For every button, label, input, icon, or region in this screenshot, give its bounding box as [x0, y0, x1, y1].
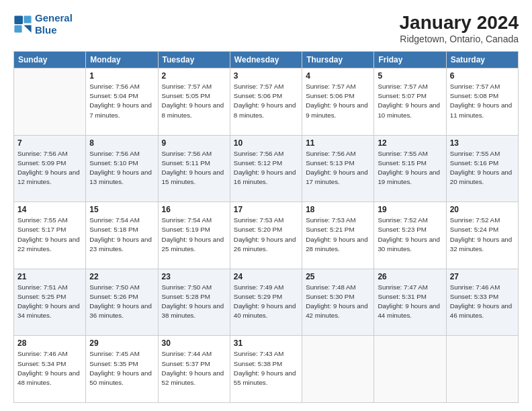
day-info: Sunrise: 7:52 AM Sunset: 5:23 PM Dayligh… [378, 216, 442, 254]
calendar-cell: 22Sunrise: 7:50 AM Sunset: 5:26 PM Dayli… [86, 269, 158, 336]
day-number: 30 [162, 338, 226, 348]
day-number: 16 [162, 205, 226, 214]
calendar-cell: 18Sunrise: 7:53 AM Sunset: 5:21 PM Dayli… [302, 202, 374, 269]
calendar-cell: 31Sunrise: 7:43 AM Sunset: 5:38 PM Dayli… [230, 336, 302, 403]
day-info: Sunrise: 7:53 AM Sunset: 5:21 PM Dayligh… [306, 216, 370, 254]
calendar-cell: 1Sunrise: 7:56 AM Sunset: 5:04 PM Daylig… [86, 68, 158, 136]
day-info: Sunrise: 7:57 AM Sunset: 5:05 PM Dayligh… [162, 82, 226, 120]
calendar-cell [302, 336, 374, 403]
calendar-cell [14, 68, 86, 136]
calendar-cell: 29Sunrise: 7:45 AM Sunset: 5:35 PM Dayli… [86, 336, 158, 403]
day-info: Sunrise: 7:44 AM Sunset: 5:37 PM Dayligh… [162, 349, 226, 387]
day-header-sunday: Sunday [14, 52, 86, 68]
calendar-subtitle: Ridgetown, Ontario, Canada [400, 34, 519, 44]
day-number: 20 [450, 205, 515, 214]
logo-general: General [35, 12, 73, 24]
page: General Blue January 2024 Ridgetown, Ont… [0, 0, 532, 411]
day-info: Sunrise: 7:46 AM Sunset: 5:34 PM Dayligh… [17, 349, 82, 387]
calendar-cell: 13Sunrise: 7:55 AM Sunset: 5:16 PM Dayli… [446, 135, 518, 202]
day-info: Sunrise: 7:57 AM Sunset: 5:06 PM Dayligh… [234, 82, 298, 120]
calendar-cell: 28Sunrise: 7:46 AM Sunset: 5:34 PM Dayli… [14, 336, 86, 403]
day-number: 4 [306, 71, 370, 81]
day-header-thursday: Thursday [302, 52, 374, 68]
calendar-title: January 2024 [400, 12, 519, 34]
day-header-tuesday: Tuesday [158, 52, 230, 68]
calendar-cell: 23Sunrise: 7:50 AM Sunset: 5:28 PM Dayli… [158, 269, 230, 336]
calendar-cell: 25Sunrise: 7:48 AM Sunset: 5:30 PM Dayli… [302, 269, 374, 336]
day-number: 14 [17, 205, 82, 214]
calendar-cell: 30Sunrise: 7:44 AM Sunset: 5:37 PM Dayli… [158, 336, 230, 403]
day-info: Sunrise: 7:55 AM Sunset: 5:15 PM Dayligh… [378, 149, 442, 187]
day-number: 7 [17, 138, 82, 148]
calendar-cell: 8Sunrise: 7:56 AM Sunset: 5:10 PM Daylig… [86, 135, 158, 202]
calendar-cell: 5Sunrise: 7:57 AM Sunset: 5:07 PM Daylig… [374, 68, 446, 136]
day-number: 15 [89, 205, 154, 214]
day-info: Sunrise: 7:57 AM Sunset: 5:08 PM Dayligh… [450, 82, 515, 120]
day-header-monday: Monday [86, 52, 158, 68]
calendar-cell: 19Sunrise: 7:52 AM Sunset: 5:23 PM Dayli… [374, 202, 446, 269]
day-number: 22 [89, 272, 154, 281]
logo-icon [13, 15, 32, 34]
header: General Blue January 2024 Ridgetown, Ont… [13, 12, 519, 44]
day-info: Sunrise: 7:47 AM Sunset: 5:31 PM Dayligh… [378, 283, 442, 321]
day-number: 11 [306, 138, 370, 148]
day-info: Sunrise: 7:54 AM Sunset: 5:18 PM Dayligh… [89, 216, 154, 254]
day-info: Sunrise: 7:55 AM Sunset: 5:16 PM Dayligh… [450, 149, 515, 187]
logo-blue: Blue [35, 24, 57, 36]
day-header-wednesday: Wednesday [230, 52, 302, 68]
calendar-cell: 4Sunrise: 7:57 AM Sunset: 5:06 PM Daylig… [302, 68, 374, 136]
day-number: 21 [17, 272, 82, 281]
day-info: Sunrise: 7:49 AM Sunset: 5:29 PM Dayligh… [234, 283, 298, 321]
day-number: 5 [378, 71, 442, 81]
svg-rect-0 [14, 15, 23, 24]
day-info: Sunrise: 7:55 AM Sunset: 5:17 PM Dayligh… [17, 216, 82, 254]
day-info: Sunrise: 7:43 AM Sunset: 5:38 PM Dayligh… [234, 349, 298, 387]
day-number: 1 [89, 71, 154, 81]
day-info: Sunrise: 7:50 AM Sunset: 5:26 PM Dayligh… [89, 283, 154, 321]
day-number: 28 [17, 338, 82, 348]
day-header-saturday: Saturday [446, 52, 518, 68]
day-info: Sunrise: 7:54 AM Sunset: 5:19 PM Dayligh… [162, 216, 226, 254]
calendar-table: SundayMondayTuesdayWednesdayThursdayFrid… [13, 51, 519, 403]
day-number: 23 [162, 272, 226, 281]
day-header-friday: Friday [374, 52, 446, 68]
day-info: Sunrise: 7:48 AM Sunset: 5:30 PM Dayligh… [306, 283, 370, 321]
calendar-week-row: 14Sunrise: 7:55 AM Sunset: 5:17 PM Dayli… [14, 202, 519, 269]
day-info: Sunrise: 7:57 AM Sunset: 5:07 PM Dayligh… [378, 82, 442, 120]
day-number: 10 [234, 138, 298, 148]
calendar-cell: 20Sunrise: 7:52 AM Sunset: 5:24 PM Dayli… [446, 202, 518, 269]
calendar-cell: 17Sunrise: 7:53 AM Sunset: 5:20 PM Dayli… [230, 202, 302, 269]
day-number: 17 [234, 205, 298, 214]
day-number: 31 [234, 338, 298, 348]
svg-rect-2 [14, 25, 21, 32]
day-info: Sunrise: 7:51 AM Sunset: 5:25 PM Dayligh… [17, 283, 82, 321]
calendar-cell: 16Sunrise: 7:54 AM Sunset: 5:19 PM Dayli… [158, 202, 230, 269]
day-info: Sunrise: 7:57 AM Sunset: 5:06 PM Dayligh… [306, 82, 370, 120]
calendar-cell [446, 336, 518, 403]
day-info: Sunrise: 7:56 AM Sunset: 5:12 PM Dayligh… [234, 149, 298, 187]
calendar-cell: 27Sunrise: 7:46 AM Sunset: 5:33 PM Dayli… [446, 269, 518, 336]
day-number: 19 [378, 205, 442, 214]
day-number: 29 [89, 338, 154, 348]
calendar-cell: 15Sunrise: 7:54 AM Sunset: 5:18 PM Dayli… [86, 202, 158, 269]
day-info: Sunrise: 7:56 AM Sunset: 5:11 PM Dayligh… [162, 149, 226, 187]
logo-text: General Blue [35, 12, 73, 36]
day-number: 18 [306, 205, 370, 214]
day-number: 27 [450, 272, 515, 281]
day-info: Sunrise: 7:52 AM Sunset: 5:24 PM Dayligh… [450, 216, 515, 254]
calendar-cell [374, 336, 446, 403]
calendar-week-row: 28Sunrise: 7:46 AM Sunset: 5:34 PM Dayli… [14, 336, 519, 403]
day-number: 24 [234, 272, 298, 281]
calendar-cell: 14Sunrise: 7:55 AM Sunset: 5:17 PM Dayli… [14, 202, 86, 269]
day-number: 2 [162, 71, 226, 81]
title-block: January 2024 Ridgetown, Ontario, Canada [400, 12, 519, 44]
calendar-cell: 7Sunrise: 7:56 AM Sunset: 5:09 PM Daylig… [14, 135, 86, 202]
day-info: Sunrise: 7:46 AM Sunset: 5:33 PM Dayligh… [450, 283, 515, 321]
day-info: Sunrise: 7:56 AM Sunset: 5:09 PM Dayligh… [17, 149, 82, 187]
svg-marker-3 [24, 25, 31, 32]
day-info: Sunrise: 7:56 AM Sunset: 5:13 PM Dayligh… [306, 149, 370, 187]
calendar-cell: 3Sunrise: 7:57 AM Sunset: 5:06 PM Daylig… [230, 68, 302, 136]
calendar-cell: 26Sunrise: 7:47 AM Sunset: 5:31 PM Dayli… [374, 269, 446, 336]
calendar-cell: 6Sunrise: 7:57 AM Sunset: 5:08 PM Daylig… [446, 68, 518, 136]
calendar-week-row: 7Sunrise: 7:56 AM Sunset: 5:09 PM Daylig… [14, 135, 519, 202]
